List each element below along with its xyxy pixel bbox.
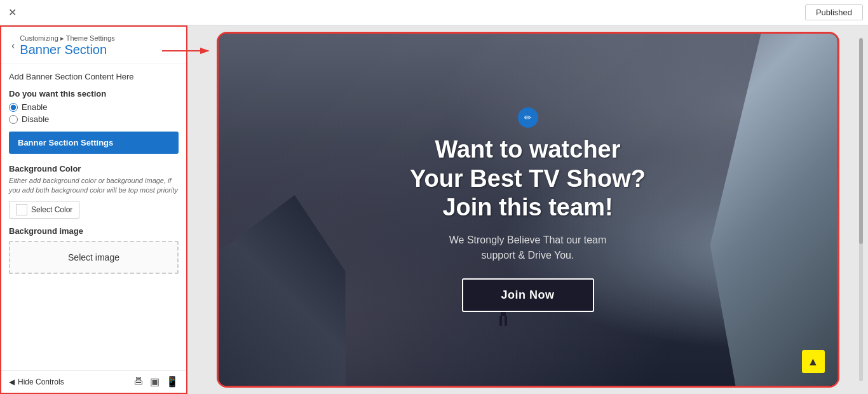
banner-bg: ✏ Want to watcher Your Best TV Show? Joi…	[219, 34, 837, 386]
panel-header: ‹ Customizing ▸ Theme Settings Banner Se…	[1, 27, 186, 64]
enable-label: Enable	[22, 102, 47, 112]
bg-image-title: Background image	[9, 226, 179, 236]
preview-scrollbar[interactable]	[859, 38, 863, 381]
panel-footer: ◀ Hide Controls 🖶 ▣ 📱	[1, 370, 186, 393]
close-button[interactable]: ✕	[5, 6, 19, 20]
banner-subtext: We Strongly Believe That our team suppor…	[410, 233, 646, 263]
select-color-button[interactable]: Select Color	[9, 201, 79, 219]
top-bar: ✕ Published	[0, 0, 868, 25]
banner-heading-line2: Your Best TV Show?	[410, 165, 646, 192]
scroll-top-icon: ▲	[808, 355, 819, 369]
preview-container: ✏ Want to watcher Your Best TV Show? Joi…	[217, 32, 839, 388]
back-arrow-button[interactable]: ‹	[11, 40, 15, 51]
desktop-view-icon[interactable]: 🖶	[133, 376, 144, 388]
breadcrumb: Customizing ▸ Theme Settings	[20, 34, 114, 43]
color-swatch	[16, 204, 27, 215]
select-image-label: Select image	[68, 252, 119, 262]
bg-color-desc: Either add background color or backgroun…	[9, 176, 179, 196]
join-now-button[interactable]: Join Now	[462, 278, 594, 312]
banner-content: ✏ Want to watcher Your Best TV Show? Joi…	[397, 95, 658, 325]
scroll-top-button[interactable]: ▲	[802, 350, 825, 373]
banner-settings-button[interactable]: Banner Section Settings	[9, 132, 179, 154]
published-button[interactable]: Published	[805, 4, 863, 20]
hide-controls-button[interactable]: ◀ Hide Controls	[9, 377, 64, 386]
panel-body: Add Banner Section Content Here Do you w…	[1, 64, 186, 370]
hide-controls-label: Hide Controls	[18, 377, 64, 386]
banner-heading-line1: Want to watcher	[435, 136, 620, 163]
enable-radio-input[interactable]	[9, 103, 18, 112]
tablet-view-icon[interactable]: ▣	[150, 376, 159, 388]
banner-heading-line3: Join this team!	[442, 194, 613, 221]
disable-radio[interactable]: Disable	[9, 114, 179, 124]
banner-subtext-line2: support & Drive You.	[482, 250, 574, 261]
add-content-label: Add Banner Section Content Here	[9, 72, 179, 81]
right-preview: ✏ Want to watcher Your Best TV Show? Joi…	[187, 25, 868, 394]
disable-label: Disable	[22, 114, 49, 124]
footer-icons: 🖶 ▣ 📱	[133, 376, 179, 388]
section-question: Do you want this section	[9, 89, 179, 98]
panel-title: Banner Section	[20, 43, 114, 57]
mobile-view-icon[interactable]: 📱	[166, 376, 179, 388]
main-layout: ‹ Customizing ▸ Theme Settings Banner Se…	[0, 25, 868, 394]
banner-heading: Want to watcher Your Best TV Show? Join …	[410, 135, 646, 222]
edit-icon-circle[interactable]: ✏	[518, 107, 538, 128]
banner-subtext-line1: We Strongly Believe That our team	[449, 234, 607, 245]
preview-scrollbar-thumb	[859, 38, 863, 244]
select-image-box[interactable]: Select image	[9, 241, 179, 274]
enable-radio[interactable]: Enable	[9, 102, 179, 112]
bg-image-section: Background image Select image	[9, 226, 179, 274]
left-panel: ‹ Customizing ▸ Theme Settings Banner Se…	[0, 25, 187, 394]
edit-icon: ✏	[524, 112, 532, 123]
section-toggle-group: Do you want this section Enable Disable	[9, 89, 179, 124]
breadcrumb-area: Customizing ▸ Theme Settings Banner Sect…	[20, 34, 114, 57]
bg-color-title: Background Color	[9, 164, 179, 173]
disable-radio-input[interactable]	[9, 115, 18, 124]
hide-controls-arrow-icon: ◀	[9, 377, 15, 386]
select-color-label: Select Color	[31, 205, 72, 214]
bg-color-section: Background Color Either add background c…	[9, 164, 179, 219]
